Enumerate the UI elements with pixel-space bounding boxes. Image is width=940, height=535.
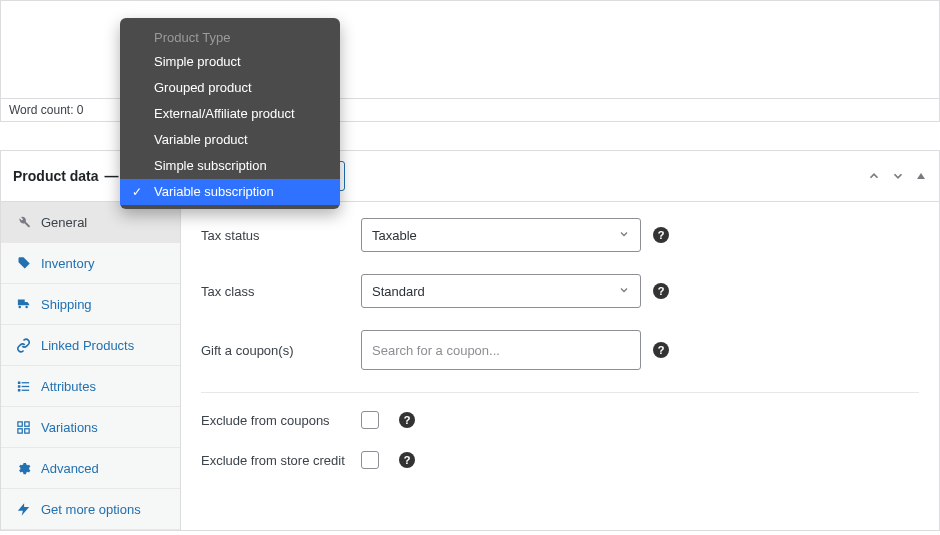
tab-variations[interactable]: Variations (1, 407, 180, 448)
exclude-store-credit-checkbox[interactable] (361, 451, 379, 469)
svg-marker-0 (917, 173, 925, 179)
gift-coupon-input[interactable]: Search for a coupon... (361, 330, 641, 370)
tab-shipping[interactable]: Shipping (1, 284, 180, 325)
product-type-option-variable-subscription[interactable]: ✓ Variable subscription (120, 179, 340, 205)
product-data-tabs: General Inventory Shipping Linked Produc… (1, 202, 181, 530)
postbox-title-dash: — (105, 168, 119, 184)
svg-rect-3 (17, 385, 20, 388)
chevron-down-icon (618, 228, 630, 243)
svg-rect-9 (17, 428, 21, 432)
svg-rect-7 (17, 421, 21, 425)
help-icon[interactable]: ? (399, 412, 415, 428)
divider (201, 392, 919, 393)
tab-advanced[interactable]: Advanced (1, 448, 180, 489)
tab-linked-products[interactable]: Linked Products (1, 325, 180, 366)
gift-coupon-placeholder: Search for a coupon... (372, 343, 500, 358)
tax-class-select[interactable]: Standard (361, 274, 641, 308)
tax-class-value: Standard (372, 284, 425, 299)
tag-icon (15, 255, 31, 271)
tab-label: Linked Products (41, 338, 134, 353)
move-down-icon[interactable] (891, 169, 905, 183)
word-count-text: Word count: 0 (9, 103, 83, 117)
postbox-title: Product data (13, 168, 99, 184)
exclude-coupons-label: Exclude from coupons (201, 413, 349, 428)
svg-rect-8 (24, 421, 28, 425)
tax-status-select[interactable]: Taxable (361, 218, 641, 252)
help-icon[interactable]: ? (653, 227, 669, 243)
product-type-option-grouped[interactable]: Grouped product (120, 75, 340, 101)
product-type-dropdown: Product Type Simple product Grouped prod… (120, 18, 340, 209)
grid-icon (15, 419, 31, 435)
check-icon: ✓ (132, 183, 142, 201)
tab-label: Shipping (41, 297, 92, 312)
gear-icon (15, 460, 31, 476)
link-icon (15, 337, 31, 353)
tab-attributes[interactable]: Attributes (1, 366, 180, 407)
move-up-icon[interactable] (867, 169, 881, 183)
svg-rect-10 (24, 428, 28, 432)
svg-marker-11 (17, 503, 28, 516)
product-type-option-variable[interactable]: Variable product (120, 127, 340, 153)
tab-label: Variations (41, 420, 98, 435)
svg-rect-2 (21, 382, 29, 383)
tab-label: Advanced (41, 461, 99, 476)
exclude-coupons-checkbox[interactable] (361, 411, 379, 429)
tab-label: Inventory (41, 256, 94, 271)
dropdown-header: Product Type (120, 26, 340, 49)
toggle-panel-icon[interactable] (915, 170, 927, 182)
help-icon[interactable]: ? (653, 283, 669, 299)
tax-status-label: Tax status (201, 228, 349, 243)
list-icon (15, 378, 31, 394)
product-type-option-simple[interactable]: Simple product (120, 49, 340, 75)
exclude-store-credit-label: Exclude from store credit (201, 453, 349, 468)
product-type-option-simple-subscription[interactable]: Simple subscription (120, 153, 340, 179)
product-type-option-external[interactable]: External/Affiliate product (120, 101, 340, 127)
help-icon[interactable]: ? (653, 342, 669, 358)
truck-icon (15, 296, 31, 312)
svg-rect-5 (17, 389, 20, 392)
general-panel: Tax status Taxable ? Tax class Standard … (181, 202, 939, 530)
tab-get-more-options[interactable]: Get more options (1, 489, 180, 530)
tab-inventory[interactable]: Inventory (1, 243, 180, 284)
chevron-down-icon (618, 284, 630, 299)
svg-rect-6 (21, 389, 29, 390)
tax-status-value: Taxable (372, 228, 417, 243)
tax-class-label: Tax class (201, 284, 349, 299)
svg-rect-1 (17, 381, 20, 384)
tab-label: Get more options (41, 502, 141, 517)
tab-label: General (41, 215, 87, 230)
tab-label: Attributes (41, 379, 96, 394)
gift-coupon-label: Gift a coupon(s) (201, 343, 349, 358)
bolt-icon (15, 501, 31, 517)
wrench-icon (15, 214, 31, 230)
svg-rect-4 (21, 385, 29, 386)
help-icon[interactable]: ? (399, 452, 415, 468)
